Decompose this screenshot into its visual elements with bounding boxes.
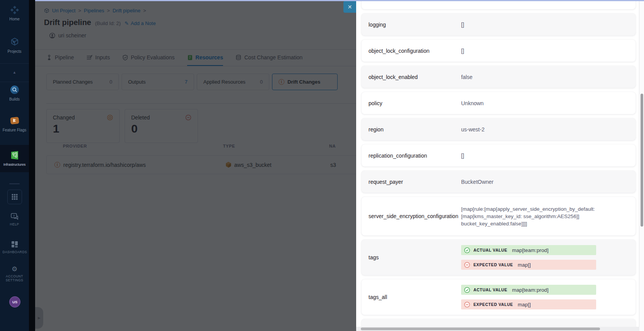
attribute-key: server_side_encryption_configuration — [368, 213, 461, 219]
collapse-chevron-icon[interactable]: ▲ — [0, 70, 29, 74]
sidebar-item-account-settings[interactable]: ⚙ACCOUNT SETTINGS — [0, 266, 29, 282]
help-icon: ? — [10, 213, 19, 220]
actual-value-strip: ACTUAL VALUEmap[team:prod] — [461, 245, 596, 255]
sidebar-nav: HomeProjectsBuildsFeature FlagsInfrastru… — [0, 0, 29, 331]
actual-value-label: ACTUAL VALUE — [473, 248, 507, 252]
attribute-key: object_lock_enabled — [368, 74, 461, 80]
home-icon — [10, 5, 20, 15]
feature-flags-icon — [10, 116, 20, 126]
attribute-value: false — [461, 74, 473, 80]
module-grid-button[interactable] — [7, 190, 22, 204]
attribute-value: [] — [461, 22, 464, 28]
sidebar-item-label: DASHBOARDS — [3, 250, 27, 254]
sidebar-item-home[interactable]: Home — [0, 5, 29, 21]
drawer-vertical-scrollbar[interactable] — [639, 0, 644, 331]
expected-value-label: EXPECTED VALUE — [473, 262, 513, 267]
attribute-row-request_payer: request_payerBucketOwner — [362, 171, 636, 193]
sidebar-item-label: Infrastructures — [3, 163, 26, 167]
check-circle-icon — [464, 247, 470, 253]
sidebar-item-infrastructures[interactable]: Infrastructures — [0, 145, 29, 172]
drift-details-drawer: ✕ logging[]object_lock_configuration[]ob… — [356, 0, 644, 331]
attribute-row-region: regionus-west-2 — [362, 118, 636, 140]
check-circle-icon — [464, 287, 470, 293]
svg-text:?: ? — [13, 214, 15, 218]
attribute-value: [] — [461, 153, 464, 159]
projects-icon — [10, 37, 20, 47]
sidebar-edge — [29, 0, 35, 331]
attribute-key: object_lock_configuration — [368, 48, 461, 54]
sidebar-item-label: Projects — [7, 49, 21, 54]
user-avatar[interactable]: US — [9, 296, 20, 307]
gear-icon: ⚙ — [12, 266, 17, 272]
sidebar-item-builds[interactable]: Builds — [0, 85, 29, 101]
grid-icon — [12, 194, 18, 200]
attribute-value: [map[rule:[map[apply_server_side_encrypt… — [461, 205, 605, 227]
attribute-row-logging: logging[] — [362, 13, 636, 35]
actual-value-strip: ACTUAL VALUEmap[team:prod] — [461, 285, 596, 295]
expected-value: map[] — [518, 302, 531, 307]
expected-value-label: EXPECTED VALUE — [473, 302, 513, 307]
horizontal-scrollbar-thumb[interactable] — [361, 328, 600, 330]
attribute-key: replication_configuration — [368, 153, 461, 159]
attribute-row-object_lock_enabled: object_lock_enabledfalse — [362, 66, 636, 88]
sidebar-divider — [0, 82, 29, 82]
attribute-key: region — [368, 126, 461, 133]
actual-value-label: ACTUAL VALUE — [473, 287, 507, 292]
attribute-row-object_lock_configuration: object_lock_configuration[] — [362, 40, 636, 62]
actual-value: map[team:prod] — [512, 287, 549, 293]
attribute-key: tags_all — [368, 294, 461, 300]
minus-circle-icon — [464, 262, 470, 268]
attribute-row-replication_configuration: replication_configuration[] — [362, 144, 636, 166]
attribute-key: request_payer — [368, 179, 461, 185]
builds-icon — [10, 85, 20, 95]
sidebar-item-help[interactable]: ?HELP — [0, 213, 29, 226]
attribute-key: tags — [368, 254, 461, 260]
expected-value: map[] — [518, 262, 531, 268]
app-root: HomeProjectsBuildsFeature FlagsInfrastru… — [0, 0, 644, 331]
attribute-rows: logging[]object_lock_configuration[]obje… — [362, 0, 636, 331]
attribute-key: logging — [368, 22, 461, 28]
attribute-row-tags: tagsACTUAL VALUEmap[team:prod]EXPECTED V… — [362, 240, 636, 275]
drawer-horizontal-scrollbar[interactable] — [356, 327, 639, 331]
attribute-value: us-west-2 — [461, 126, 485, 133]
sidebar-item-dashboards[interactable]: DASHBOARDS — [0, 240, 29, 254]
sidebar-mini-divider — [9, 183, 20, 184]
attribute-value: Unknown — [461, 100, 483, 106]
attribute-key: policy — [368, 100, 461, 106]
attribute-row-partial — [362, 0, 636, 9]
top-accent-strip — [35, 0, 644, 1]
close-drawer-button[interactable]: ✕ — [343, 1, 356, 13]
attribute-value: BucketOwner — [461, 179, 494, 185]
dashboards-icon — [11, 240, 19, 248]
actual-value: map[team:prod] — [512, 247, 549, 253]
expected-value-strip: EXPECTED VALUEmap[] — [461, 299, 596, 309]
minus-circle-icon — [464, 302, 470, 307]
sidebar-item-label: HELP — [3, 222, 27, 226]
sidebar-divider — [0, 63, 29, 64]
sidebar-item-projects[interactable]: Projects — [0, 37, 29, 54]
attribute-row-tags_all: tags_allACTUAL VALUEmap[team:prod]EXPECT… — [362, 279, 636, 315]
attribute-value: [] — [461, 48, 464, 54]
attribute-row-policy: policyUnknown — [362, 92, 636, 114]
sidebar-item-label: Home — [9, 17, 20, 21]
attribute-row-server_side_encryption_configuration: server_side_encryption_configuration[map… — [362, 197, 636, 235]
sidebar-item-label: ACCOUNT SETTINGS — [3, 274, 27, 282]
infrastructures-icon — [10, 150, 20, 160]
expected-value-strip: EXPECTED VALUEmap[] — [461, 260, 596, 270]
sidebar-item-label: Feature Flags — [3, 128, 27, 132]
sidebar-item-feature-flags[interactable]: Feature Flags — [0, 116, 29, 132]
sidebar-item-label: Builds — [9, 97, 20, 101]
vertical-scrollbar-thumb[interactable] — [641, 94, 643, 227]
